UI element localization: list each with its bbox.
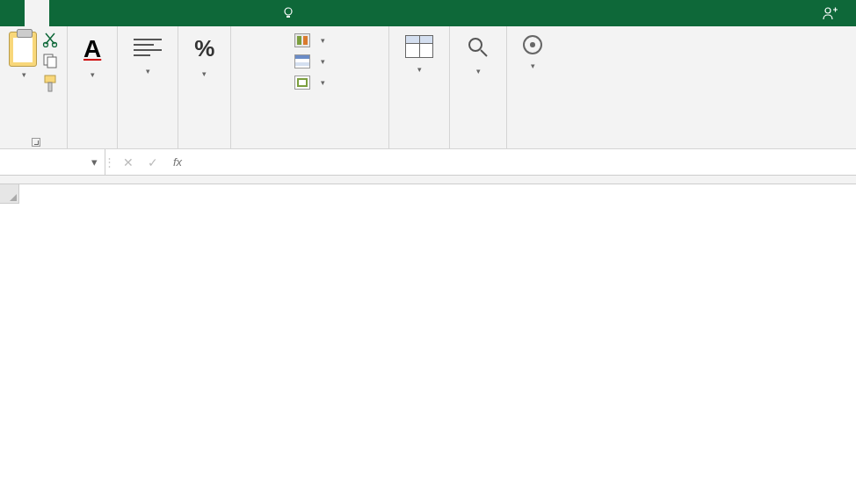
group-new: ▾ — [507, 26, 558, 148]
chevron-down-icon: ▾ — [146, 67, 150, 76]
cut-button[interactable] — [42, 32, 58, 47]
tab-formulas[interactable] — [98, 0, 123, 26]
divider: ⋮ — [105, 155, 112, 169]
font-icon: A — [83, 35, 101, 63]
cell-style-icon — [294, 76, 310, 90]
lightbulb-icon — [281, 6, 295, 20]
new-group-button[interactable]: ▾ — [516, 32, 549, 74]
svg-point-0 — [285, 8, 292, 15]
group-font: A ▾ — [68, 26, 118, 148]
tab-data[interactable] — [123, 0, 148, 26]
chevron-down-icon: ▾ — [476, 67, 481, 76]
tab-review[interactable] — [148, 0, 172, 26]
format-as-table-button[interactable]: ▾ — [291, 53, 329, 70]
tab-page-layout[interactable] — [74, 0, 98, 26]
percent-icon: % — [194, 35, 214, 62]
group-editing: ▾ — [450, 26, 507, 148]
conditional-formatting-icon — [294, 33, 310, 47]
group-clipboard: ▾ — [0, 26, 68, 148]
svg-point-8 — [469, 39, 482, 51]
insert-function-button[interactable]: fx — [165, 150, 190, 175]
tab-insert[interactable] — [49, 0, 74, 26]
chevron-down-icon: ▾ — [531, 61, 535, 70]
formula-input[interactable] — [193, 149, 856, 175]
cells-button[interactable]: ▾ — [398, 32, 440, 77]
table-format-icon — [294, 54, 310, 68]
record-icon — [523, 35, 542, 54]
editing-button[interactable]: ▾ — [459, 32, 497, 79]
alignment-button[interactable]: ▾ — [127, 32, 169, 79]
paste-button[interactable]: ▾ — [9, 32, 37, 79]
select-all-corner[interactable] — [0, 184, 19, 204]
paste-icon — [9, 32, 37, 67]
copy-button[interactable] — [42, 53, 58, 68]
name-box[interactable]: ▾ — [0, 149, 105, 175]
column-headers — [0, 184, 856, 204]
tab-developer[interactable] — [221, 0, 246, 26]
ribbon: ▾ A ▾ ▾ % ▾ — [0, 26, 856, 149]
chevron-down-icon[interactable]: ▾ — [91, 155, 98, 169]
share-button[interactable] — [810, 6, 856, 20]
tab-home[interactable] — [25, 0, 49, 26]
cell-styles-button[interactable]: ▾ — [291, 74, 329, 91]
formula-bar: ▾ ⋮ ✕ ✓ fx — [0, 149, 856, 176]
chevron-down-icon: ▾ — [321, 36, 325, 45]
format-painter-button[interactable] — [42, 74, 58, 93]
enter-formula-button[interactable]: ✓ — [141, 150, 165, 175]
title-tabs — [0, 0, 856, 26]
font-button[interactable]: A ▾ — [76, 32, 108, 83]
number-button[interactable]: % ▾ — [187, 32, 221, 82]
tab-share[interactable] — [172, 0, 197, 26]
magnify-icon — [466, 35, 490, 60]
tab-file[interactable] — [0, 0, 25, 26]
svg-rect-6 — [45, 76, 55, 83]
group-cells: ▾ — [389, 26, 450, 148]
svg-rect-5 — [47, 57, 56, 68]
chevron-down-icon: ▾ — [417, 65, 422, 74]
chevron-down-icon: ▾ — [321, 78, 325, 87]
cells-icon — [405, 35, 433, 58]
svg-point-1 — [825, 8, 831, 13]
chevron-down-icon: ▾ — [22, 70, 26, 79]
chevron-down-icon: ▾ — [202, 69, 207, 78]
tell-me[interactable] — [271, 6, 311, 20]
svg-rect-7 — [48, 83, 52, 91]
chevron-down-icon: ▾ — [91, 70, 95, 79]
group-styles: ▾ ▾ ▾ — [231, 26, 389, 148]
tab-view[interactable] — [197, 0, 221, 26]
spreadsheet-grid[interactable] — [0, 184, 856, 204]
conditional-formatting-button[interactable]: ▾ — [291, 32, 329, 49]
group-number: % ▾ — [178, 26, 231, 148]
tab-help[interactable] — [246, 0, 271, 26]
clipboard-dialog-launcher[interactable] — [32, 138, 40, 147]
group-alignment: ▾ — [118, 26, 178, 148]
align-icon — [134, 35, 162, 60]
person-share-icon — [823, 6, 838, 20]
chevron-down-icon: ▾ — [321, 57, 325, 66]
cancel-formula-button[interactable]: ✕ — [116, 150, 141, 175]
